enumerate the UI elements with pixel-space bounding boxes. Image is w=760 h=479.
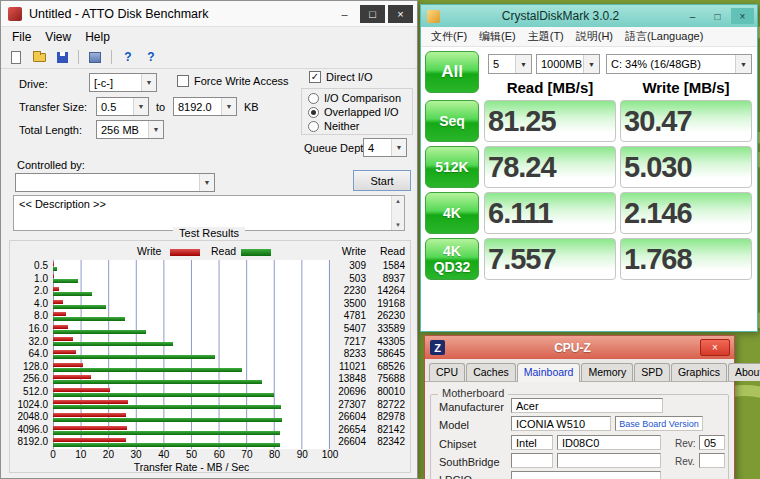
combo-arrow-icon: ▼	[583, 55, 599, 73]
menu-view[interactable]: View	[38, 30, 78, 44]
minimize-button[interactable]: –	[332, 5, 357, 23]
write-legend-swatch	[170, 249, 200, 256]
close-button[interactable]: ×	[388, 5, 413, 23]
menu-language[interactable]: 語言(Language)	[619, 29, 709, 44]
description-box[interactable]: << Description >> ▲ ▼	[13, 195, 405, 231]
512k-write-value: 5.030	[620, 146, 752, 188]
all-test-button[interactable]: All	[425, 51, 479, 93]
transfer-size-from-select[interactable]: 0.5 ▼	[96, 97, 149, 116]
context-help-icon[interactable]: ?	[142, 49, 160, 66]
write-value: 26654	[330, 424, 366, 437]
chart-row	[53, 298, 330, 311]
write-bar	[53, 413, 126, 417]
seq-test-button[interactable]: Seq	[425, 100, 479, 142]
total-length-label: Total Length:	[19, 124, 82, 136]
read-value: 75688	[366, 373, 405, 386]
chipset-rev-field: 05	[699, 435, 725, 450]
read-value: 43305	[366, 336, 405, 349]
4k-qd32-test-button[interactable]: 4K QD32	[425, 238, 479, 280]
controlled-by-select[interactable]: ▼	[15, 173, 215, 192]
write-bar	[53, 287, 59, 291]
about-help-icon[interactable]: ?	[119, 49, 137, 66]
write-bar	[53, 274, 54, 278]
drive-select[interactable]: [-c-] ▼	[89, 73, 157, 92]
write-bar	[53, 262, 54, 266]
total-length-select[interactable]: 256 MB ▼	[96, 120, 164, 139]
save-file-icon[interactable]	[53, 49, 71, 66]
chipset-name-field: ID08C0	[557, 435, 661, 450]
view-grid-icon[interactable]	[86, 49, 104, 66]
target-drive-value: C: 34% (16/48GB)	[607, 55, 735, 73]
atto-titlebar[interactable]: Untitled - ATTO Disk Benchmark – □ ×	[1, 1, 417, 27]
start-button[interactable]: Start	[353, 170, 411, 191]
4k-qd32-read-value: 7.557	[484, 238, 616, 280]
4k-test-button[interactable]: 4K	[425, 192, 479, 234]
tab-mainboard[interactable]: Mainboard	[517, 363, 581, 382]
read-bar	[53, 418, 282, 422]
menu-help[interactable]: 説明(H)	[570, 29, 619, 44]
tab-spd[interactable]: SPD	[634, 363, 670, 381]
chart-row	[53, 260, 330, 273]
combo-arrow-icon: ▼	[515, 55, 531, 73]
io-comparison-radio[interactable]: I/O Comparison	[308, 92, 401, 104]
force-write-access-label: Force Write Access	[194, 75, 289, 87]
write-bar	[53, 350, 76, 354]
write-value: 5407	[330, 323, 366, 336]
transfer-size-tick: 256.0	[13, 373, 53, 386]
maximize-button[interactable]: □	[360, 5, 385, 23]
menu-file[interactable]: 文件(F)	[425, 29, 473, 44]
cpuz-window: Z CPU-Z × CPU Caches Mainboard Memory SP…	[424, 335, 735, 479]
transfer-size-tick: 2048.0	[13, 411, 53, 424]
chart-row	[53, 399, 330, 412]
transfer-size-tick: 0.5	[13, 260, 53, 273]
transfer-size-to-select[interactable]: 8192.0 ▼	[173, 97, 237, 116]
new-file-icon[interactable]	[7, 49, 25, 66]
queue-depth-select[interactable]: 4 ▼	[363, 138, 407, 157]
test-count-select[interactable]: 5 ▼	[488, 54, 532, 74]
test-size-select[interactable]: 1000MB ▼	[536, 54, 600, 74]
controlled-by-value	[16, 174, 199, 191]
x-tick-label: 0	[50, 449, 56, 460]
close-button[interactable]: ×	[700, 339, 730, 356]
neither-label: Neither	[324, 120, 359, 132]
cdm-titlebar[interactable]: CrystalDiskMark 3.0.2 – □ ×	[421, 5, 757, 27]
scroll-down-icon[interactable]: ▼	[395, 222, 401, 228]
write-value: 309	[330, 260, 366, 273]
neither-radio[interactable]: Neither	[308, 120, 359, 132]
description-scrollbar[interactable]: ▲ ▼	[391, 196, 404, 230]
read-bar	[53, 279, 78, 283]
overlapped-io-radio[interactable]: Overlapped I/O	[308, 106, 399, 118]
cpuz-titlebar[interactable]: Z CPU-Z ×	[425, 336, 734, 359]
tab-about[interactable]: About	[728, 363, 760, 381]
read-header: Read [MB/s]	[484, 78, 616, 98]
southbridge-rev-label: Rev.	[675, 456, 695, 467]
menu-file[interactable]: File	[5, 30, 38, 44]
read-value: 26230	[366, 310, 405, 323]
scroll-up-icon[interactable]: ▲	[395, 198, 401, 204]
open-file-icon[interactable]	[30, 49, 48, 66]
atto-result-row: 4.0350019168	[13, 298, 405, 311]
read-value: 82342	[366, 436, 405, 449]
512k-test-button[interactable]: 512K	[425, 146, 479, 188]
read-value: 33589	[366, 323, 405, 336]
menu-help[interactable]: Help	[78, 30, 117, 44]
drive-value: [-c-]	[90, 74, 141, 91]
tab-cpu[interactable]: CPU	[429, 363, 465, 381]
write-bar	[53, 438, 126, 442]
menu-theme[interactable]: 主題(T)	[522, 29, 570, 44]
target-drive-select[interactable]: C: 34% (16/48GB) ▼	[606, 54, 752, 74]
lpcio-field	[511, 471, 661, 479]
menu-edit[interactable]: 编辑(E)	[473, 29, 522, 44]
direct-io-checkbox[interactable]: ✓ Direct I/O	[309, 71, 372, 83]
tab-memory[interactable]: Memory	[581, 363, 633, 381]
tab-caches[interactable]: Caches	[466, 363, 516, 381]
crystaldiskmark-window: CrystalDiskMark 3.0.2 – □ × 文件(F) 编辑(E) …	[420, 4, 758, 332]
read-bar	[53, 267, 57, 271]
tab-graphics[interactable]: Graphics	[671, 363, 727, 381]
maximize-button[interactable]: □	[706, 8, 729, 24]
close-button[interactable]: ×	[731, 8, 754, 24]
x-tick-label: 30	[131, 449, 142, 460]
atto-result-row: 8192.02660482342	[13, 436, 405, 449]
minimize-button[interactable]: –	[681, 8, 704, 24]
force-write-access-checkbox[interactable]: Force Write Access	[177, 75, 289, 87]
